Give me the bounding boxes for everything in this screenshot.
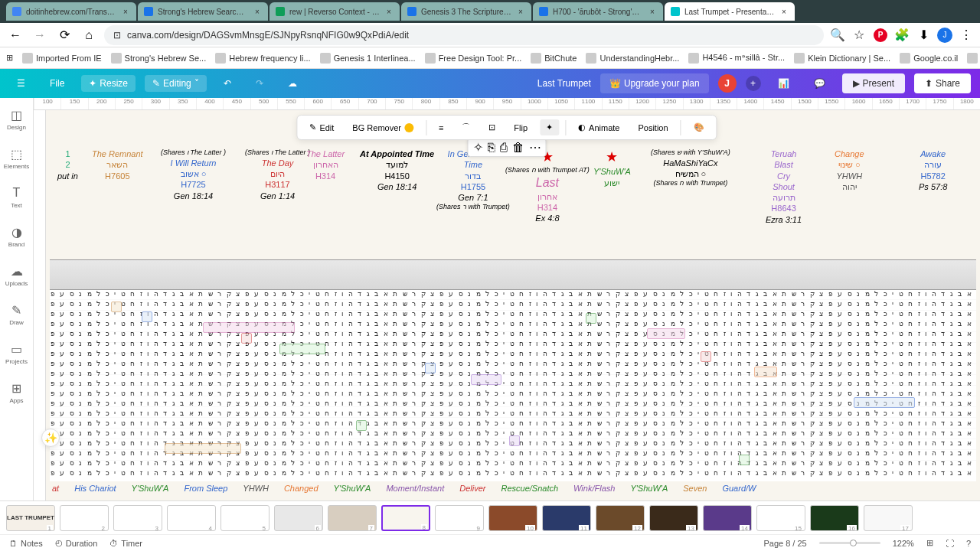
annotation-block[interactable]: (Shares ש with Y'ShuW'A)HaMaShiYaCxהמשיח… — [651, 148, 730, 188]
notes-button[interactable]: 🗒 Notes — [9, 539, 43, 548]
annotation-block[interactable]: At Appointed TimeלמועדH4150Gen 18:14 — [360, 148, 434, 192]
page-thumbnail[interactable]: 8 — [381, 505, 430, 531]
zoom-icon[interactable]: 🔍 — [830, 28, 845, 43]
bookmark-item[interactable]: UnderstandingHebr... — [586, 53, 679, 64]
editing-mode-button[interactable]: ✎ Editing ˅ — [145, 75, 207, 92]
annotation-block[interactable]: ★Y'ShuW'Aישוע — [593, 148, 631, 188]
canvas-area[interactable]: 1001502002503003504004505005506006507007… — [34, 98, 980, 500]
page-thumbnail[interactable]: 16 — [810, 505, 859, 531]
design-canvas[interactable]: H2000? 12put inThe RemnantהשארH7605(Shar… — [46, 110, 980, 500]
file-menu[interactable]: File — [42, 75, 72, 92]
browser-tab[interactable]: rew | Reverso Context - חממה× — [270, 2, 400, 21]
page-thumbnail[interactable]: 7 — [328, 505, 377, 531]
annotation-block[interactable]: (Shares ו The Latter )The DayהיוםH3117Ge… — [245, 148, 310, 201]
hamburger-menu[interactable]: ☰ — [9, 75, 33, 92]
position-button[interactable]: Position — [632, 120, 674, 135]
extensions-icon[interactable]: 🧩 — [894, 28, 910, 43]
ai-icon[interactable]: ✧ — [473, 140, 483, 155]
edit-image-button[interactable]: ✎ Edit — [303, 119, 340, 135]
sidebar-brand[interactable]: ◑Brand — [2, 221, 32, 251]
page-thumbnail[interactable]: 6 — [274, 505, 323, 531]
page-thumbnail[interactable]: 14 — [703, 505, 752, 531]
annotation-block[interactable]: 12put in — [57, 148, 78, 181]
bg-remover-button[interactable]: BG Remover — [346, 120, 420, 135]
sidebar-apps[interactable]: ⊞Apps — [2, 377, 32, 407]
back-button[interactable]: ← — [6, 26, 24, 44]
browser-tab-active[interactable]: Last Trumpet - Presentation - C...× — [665, 2, 795, 21]
page-thumbnail[interactable]: 4 — [167, 505, 216, 531]
add-member-button[interactable]: + — [746, 76, 761, 91]
timer-button[interactable]: ⏱ Timer — [109, 539, 142, 548]
close-icon[interactable]: × — [121, 7, 130, 16]
annotation-block[interactable]: ★(Shares ח with Trumpet AT)LastאחרוןH314… — [505, 148, 590, 224]
crop-icon[interactable]: ⊡ — [482, 119, 501, 135]
page-thumbnail[interactable]: 10 — [488, 505, 537, 531]
help-button[interactable]: ✨ — [41, 429, 60, 447]
project-name[interactable]: Last Trumpet — [537, 78, 591, 89]
resize-button[interactable]: ✦ Resize — [81, 75, 136, 92]
close-icon[interactable]: × — [253, 7, 262, 16]
sidebar-design[interactable]: ◫Design — [2, 104, 32, 134]
cloud-sync-icon[interactable]: ☁ — [280, 75, 305, 92]
align-icon[interactable]: ≡ — [433, 120, 449, 135]
user-avatar[interactable]: J — [718, 74, 737, 93]
transparency-icon[interactable]: 🎨 — [688, 119, 710, 135]
download-icon[interactable]: ⬇ — [916, 28, 931, 43]
browser-tab[interactable]: Genesis 3 The Scriptures (ISR ...× — [401, 2, 531, 21]
close-icon[interactable]: × — [384, 7, 394, 16]
sidebar-uploads[interactable]: ☁Uploads — [2, 260, 32, 290]
page-thumbnail[interactable]: 3 — [113, 505, 162, 531]
page-thumbnail[interactable]: 11 — [542, 505, 591, 531]
page-thumbnail[interactable]: 12 — [596, 505, 645, 531]
page-thumbnail[interactable]: LAST TRUMPET1 — [6, 505, 55, 531]
page-indicator[interactable]: Page 8 / 25 — [763, 539, 806, 548]
annotation-block[interactable]: In GenerationTimeבדורH1755Gen 7:1(Shares… — [436, 148, 510, 212]
share-button[interactable]: ⬆ Share — [914, 73, 971, 93]
sidebar-draw[interactable]: ✎Draw — [2, 299, 32, 329]
zoom-level[interactable]: 122% — [893, 539, 914, 548]
flip-button[interactable]: Flip — [508, 120, 534, 135]
pinterest-icon[interactable]: P — [873, 28, 888, 43]
home-button[interactable]: ⌂ — [80, 26, 98, 44]
close-icon[interactable]: × — [779, 7, 789, 16]
site-info-icon[interactable]: ⊡ — [113, 30, 121, 41]
fullscreen-icon[interactable]: ⛶ — [946, 539, 954, 548]
crop-curve-icon[interactable]: ⌒ — [456, 119, 476, 136]
undo-button[interactable]: ↶ — [216, 75, 239, 92]
annotation-block[interactable]: Changeשינוי ○YHWHיהוה — [835, 148, 864, 192]
bookmark-item[interactable]: H4546 - mᵊsillâ - Str... — [688, 53, 785, 64]
reload-button[interactable]: ⟳ — [55, 26, 74, 44]
bookmark-item[interactable]: The AntiChrist and... — [967, 53, 980, 64]
annotation-block[interactable]: (Shares ו The Latter )I Will Returnאשוב … — [161, 148, 226, 201]
effects-icon[interactable]: ✦ — [540, 119, 559, 135]
url-bar[interactable]: ⊡ canva.com/design/DAGSvmMnsgE/SJNpyRsnq… — [104, 25, 824, 45]
page-thumbnail[interactable]: 9 — [435, 505, 484, 531]
animate-button[interactable]: ◐ Animate — [572, 119, 626, 135]
present-button[interactable]: ▶ Present — [842, 73, 905, 93]
bookmark-item[interactable]: Free Design Tool: Pr... — [425, 53, 522, 64]
page-thumbnail[interactable]: 15 — [756, 505, 805, 531]
close-icon[interactable]: × — [516, 7, 525, 16]
lock-icon[interactable]: ⎙ — [500, 141, 508, 155]
browser-tab[interactable]: H700 - 'ărubôt - Strong's Heb...× — [533, 2, 663, 21]
duration-button[interactable]: ◴ Duration — [55, 538, 98, 548]
menu-icon[interactable]: ⋮ — [959, 28, 974, 43]
page-thumbnail[interactable]: 13 — [649, 505, 698, 531]
zoom-slider[interactable] — [819, 542, 880, 544]
forward-button[interactable]: → — [31, 26, 49, 44]
page-thumbnail[interactable]: 17 — [864, 505, 913, 531]
delete-icon[interactable]: 🗑 — [512, 141, 524, 155]
upgrade-button[interactable]: 👑 Upgrade your plan — [600, 73, 709, 93]
help-icon[interactable]: ? — [966, 539, 971, 548]
grid-view-icon[interactable]: ⊞ — [926, 538, 933, 548]
annotation-block[interactable]: AwakeעורהH5782Ps 57:8 — [919, 148, 947, 192]
redo-button[interactable]: ↷ — [248, 75, 271, 92]
apps-button[interactable]: ⊞ — [6, 53, 13, 63]
sidebar-elements[interactable]: ⬚Elements — [2, 143, 32, 173]
bookmark-star-icon[interactable]: ☆ — [851, 28, 867, 43]
bookmark-item[interactable]: Strong's Hebrew Se... — [111, 53, 207, 64]
sidebar-projects[interactable]: ▭Projects — [2, 338, 32, 368]
bookmark-item[interactable]: Google.co.il — [900, 53, 958, 64]
annotation-block[interactable]: The RemnantהשארH7605 — [92, 148, 143, 181]
page-thumbnail[interactable]: 2 — [60, 505, 109, 531]
